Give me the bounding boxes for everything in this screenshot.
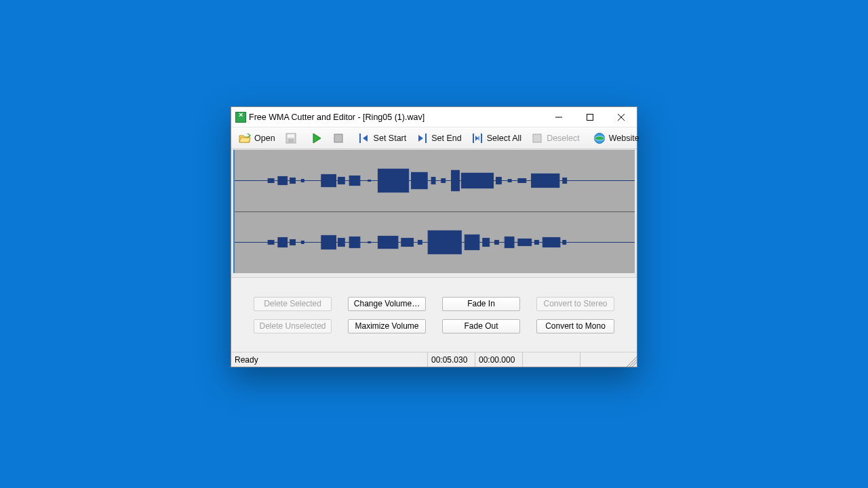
- set-end-icon: [416, 132, 428, 144]
- titlebar: Free WMA Cutter and Editor - [Ring05 (1)…: [231, 107, 637, 127]
- action-buttons-panel: Delete Selected Delete Unselected Change…: [231, 278, 637, 352]
- waveform-area: [231, 149, 637, 278]
- fade-out-button[interactable]: Fade Out: [442, 319, 520, 333]
- set-start-label: Set Start: [374, 134, 407, 143]
- svg-rect-46: [418, 240, 422, 244]
- svg-rect-28: [452, 170, 460, 190]
- delete-unselected-button: Delete Unselected: [254, 319, 332, 333]
- website-label: Website: [609, 134, 639, 143]
- svg-rect-50: [495, 240, 499, 244]
- svg-rect-6: [288, 139, 294, 142]
- minimize-icon: [555, 114, 562, 121]
- close-button[interactable]: [606, 107, 637, 127]
- svg-rect-48: [465, 235, 479, 249]
- maximize-volume-button[interactable]: Maximize Volume: [348, 319, 426, 333]
- website-button[interactable]: Website: [589, 129, 644, 147]
- button-column: Convert to Stereo Convert to Mono: [536, 297, 614, 333]
- svg-rect-10: [473, 134, 474, 143]
- svg-rect-21: [338, 177, 344, 184]
- svg-rect-25: [412, 172, 428, 188]
- button-column: Fade In Fade Out: [442, 297, 520, 333]
- svg-rect-24: [378, 169, 408, 192]
- minimize-button[interactable]: [543, 107, 574, 127]
- svg-rect-41: [338, 238, 344, 246]
- play-button[interactable]: [306, 129, 328, 147]
- svg-rect-8: [359, 134, 361, 143]
- status-position: 00:00.000: [475, 352, 523, 367]
- resize-grip-icon[interactable]: [625, 352, 637, 367]
- svg-rect-20: [321, 174, 336, 186]
- button-column: Change Volume… Maximize Volume: [348, 297, 426, 333]
- svg-rect-18: [290, 178, 296, 183]
- waveform-channel-right: [235, 211, 635, 273]
- svg-rect-52: [518, 239, 532, 245]
- svg-rect-27: [441, 178, 446, 182]
- save-button: [280, 129, 302, 147]
- set-start-icon: [358, 132, 370, 144]
- svg-rect-43: [368, 241, 371, 243]
- svg-rect-39: [301, 241, 304, 243]
- svg-rect-31: [508, 179, 511, 182]
- select-all-icon: [471, 132, 484, 144]
- stop-button: [328, 129, 349, 147]
- svg-rect-53: [535, 240, 539, 244]
- svg-rect-32: [518, 178, 526, 182]
- svg-rect-51: [505, 237, 514, 247]
- save-icon: [285, 132, 297, 144]
- convert-mono-button[interactable]: Convert to Mono: [536, 319, 614, 333]
- globe-icon: [593, 132, 606, 144]
- svg-rect-29: [461, 173, 493, 188]
- svg-rect-34: [563, 178, 567, 183]
- svg-rect-44: [378, 236, 398, 248]
- svg-rect-11: [481, 134, 482, 143]
- select-all-button[interactable]: Select All: [467, 129, 526, 147]
- open-button[interactable]: Open: [234, 129, 280, 147]
- maximize-icon: [587, 114, 593, 121]
- app-window: Free WMA Cutter and Editor - [Ring05 (1)…: [231, 106, 637, 367]
- select-all-label: Select All: [487, 134, 521, 143]
- set-start-button[interactable]: Set Start: [353, 129, 412, 147]
- stop-icon: [332, 132, 344, 144]
- status-ready: Ready: [231, 352, 428, 367]
- window-controls: [543, 107, 637, 127]
- svg-rect-23: [368, 180, 371, 181]
- svg-rect-55: [563, 240, 566, 244]
- svg-rect-19: [301, 179, 304, 182]
- svg-rect-40: [321, 235, 336, 249]
- svg-rect-42: [349, 237, 360, 247]
- open-label: Open: [254, 134, 275, 143]
- svg-rect-49: [483, 238, 490, 246]
- svg-rect-9: [425, 134, 427, 143]
- app-icon: [235, 112, 246, 123]
- svg-rect-30: [496, 177, 501, 184]
- deselect-label: Deselect: [547, 134, 580, 143]
- close-icon: [618, 114, 625, 121]
- waveform-display[interactable]: [233, 150, 635, 273]
- svg-rect-26: [431, 177, 435, 184]
- change-volume-button[interactable]: Change Volume…: [348, 297, 426, 311]
- play-icon: [311, 132, 323, 144]
- status-empty-cell: [580, 352, 625, 367]
- toolbar: Open Set Start: [231, 127, 637, 149]
- svg-rect-38: [290, 239, 296, 245]
- svg-rect-33: [532, 174, 559, 187]
- status-duration: 00:05.030: [428, 352, 475, 367]
- svg-rect-54: [542, 237, 560, 247]
- fade-in-button[interactable]: Fade In: [442, 297, 520, 311]
- convert-stereo-button: Convert to Stereo: [536, 297, 614, 311]
- svg-rect-17: [278, 176, 288, 184]
- svg-rect-36: [268, 240, 274, 244]
- set-end-label: Set End: [431, 134, 461, 143]
- maximize-button[interactable]: [574, 107, 606, 127]
- deselect-button: Deselect: [526, 129, 585, 147]
- waveform-channel-left: [235, 150, 635, 211]
- svg-rect-22: [349, 176, 360, 185]
- set-end-button[interactable]: Set End: [411, 129, 466, 147]
- window-title: Free WMA Cutter and Editor - [Ring05 (1)…: [246, 113, 543, 122]
- svg-rect-12: [533, 134, 541, 142]
- svg-rect-47: [428, 230, 461, 253]
- svg-rect-7: [334, 134, 342, 142]
- svg-rect-1: [587, 114, 593, 120]
- status-empty-cell: [523, 352, 580, 367]
- svg-rect-5: [288, 134, 294, 138]
